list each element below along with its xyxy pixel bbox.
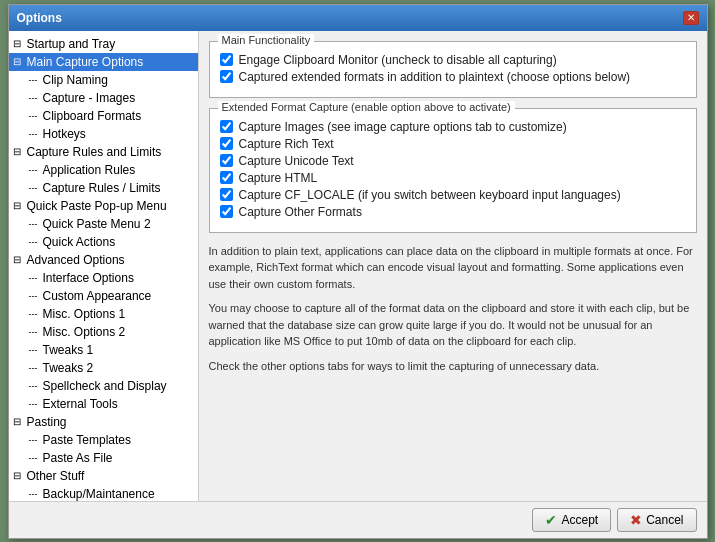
expand-icon-tweaks-2: --- [29,363,41,373]
sidebar-label-startup-tray: Startup and Tray [27,37,116,51]
checkbox-label-engage-clipboard: Engage Clipboard Monitor (uncheck to dis… [239,53,557,67]
title-bar: Options ✕ [9,5,707,31]
expand-icon-custom-appearance: --- [29,291,41,301]
checkbox-capture-cf-locale[interactable] [220,188,233,201]
sidebar-label-paste-templates: Paste Templates [43,433,132,447]
sidebar-label-interface-options: Interface Options [43,271,134,285]
checkbox-row-capture-unicode: Capture Unicode Text [220,154,686,168]
expand-icon-misc-options-1: --- [29,309,41,319]
checkbox-engage-clipboard[interactable] [220,53,233,66]
checkbox-capture-extended[interactable] [220,70,233,83]
sidebar-label-quick-paste-menu2: Quick Paste Menu 2 [43,217,151,231]
accept-button[interactable]: ✔ Accept [532,508,611,532]
sidebar-item-clipboard-formats[interactable]: --- Clipboard Formats [9,107,198,125]
sidebar-label-capture-rules-limits: Capture Rules / Limits [43,181,161,195]
sidebar-item-external-tools[interactable]: --- External Tools [9,395,198,413]
sidebar-item-custom-appearance[interactable]: --- Custom Appearance [9,287,198,305]
sidebar-label-clipboard-formats: Clipboard Formats [43,109,142,123]
expand-icon-paste-as-file: --- [29,453,41,463]
extended-format-group: Extended Format Capture (enable option a… [209,108,697,233]
sidebar-item-other-stuff[interactable]: ⊟ Other Stuff [9,467,198,485]
expand-icon-quick-paste-menu2: --- [29,219,41,229]
expand-icon-external-tools: --- [29,399,41,409]
checkbox-capture-images[interactable] [220,120,233,133]
checkbox-label-capture-images: Capture Images (see image capture option… [239,120,567,134]
expand-icon-pasting: ⊟ [13,416,25,427]
expand-icon-capture-rules-limits: --- [29,183,41,193]
expand-icon-spellcheck: --- [29,381,41,391]
checkbox-row-capture-cf-locale: Capture CF_LOCALE (if you switch between… [220,188,686,202]
info-paragraph-1: You may choose to capture all of the for… [209,300,697,350]
sidebar-label-spellcheck: Spellcheck and Display [43,379,167,393]
checkbox-capture-html[interactable] [220,171,233,184]
sidebar-item-paste-as-file[interactable]: --- Paste As File [9,449,198,467]
cancel-button[interactable]: ✖ Cancel [617,508,696,532]
options-dialog: Options ✕ ⊟ Startup and Tray⊟ Main Captu… [8,4,708,539]
accept-label: Accept [561,513,598,527]
checkbox-capture-unicode[interactable] [220,154,233,167]
checkbox-label-capture-extended: Captured extended formats in addition to… [239,70,631,84]
checkbox-row-capture-images: Capture Images (see image capture option… [220,120,686,134]
sidebar-item-quick-paste-menu2[interactable]: --- Quick Paste Menu 2 [9,215,198,233]
window-title: Options [17,11,62,25]
sidebar-item-advanced-options[interactable]: ⊟ Advanced Options [9,251,198,269]
expand-icon-paste-templates: --- [29,435,41,445]
sidebar-item-quick-actions[interactable]: --- Quick Actions [9,233,198,251]
sidebar-label-quick-actions: Quick Actions [43,235,116,249]
expand-icon-quick-paste: ⊟ [13,200,25,211]
checkbox-row-capture-other: Capture Other Formats [220,205,686,219]
sidebar-item-startup-tray[interactable]: ⊟ Startup and Tray [9,35,198,53]
sidebar-item-capture-images[interactable]: --- Capture - Images [9,89,198,107]
expand-icon-advanced-options: ⊟ [13,254,25,265]
expand-icon-quick-actions: --- [29,237,41,247]
close-button[interactable]: ✕ [683,11,699,25]
sidebar-item-interface-options[interactable]: --- Interface Options [9,269,198,287]
checkbox-label-capture-html: Capture HTML [239,171,318,185]
sidebar-item-hotkeys[interactable]: --- Hotkeys [9,125,198,143]
checkbox-row-engage-clipboard: Engage Clipboard Monitor (uncheck to dis… [220,53,686,67]
sidebar-label-misc-options-2: Misc. Options 2 [43,325,126,339]
sidebar-label-custom-appearance: Custom Appearance [43,289,152,303]
expand-icon-backup: --- [29,489,41,499]
sidebar-item-main-capture[interactable]: ⊟ Main Capture Options [9,53,198,71]
sidebar-label-advanced-options: Advanced Options [27,253,125,267]
sidebar-item-backup[interactable]: --- Backup/Maintanence [9,485,198,501]
sidebar-item-paste-templates[interactable]: --- Paste Templates [9,431,198,449]
cancel-label: Cancel [646,513,683,527]
sidebar-item-tweaks-2[interactable]: --- Tweaks 2 [9,359,198,377]
sidebar-label-other-stuff: Other Stuff [27,469,85,483]
info-paragraph-2: Check the other options tabs for ways to… [209,358,697,375]
sidebar-item-pasting[interactable]: ⊟ Pasting [9,413,198,431]
sidebar-label-tweaks-2: Tweaks 2 [43,361,94,375]
checkbox-capture-other[interactable] [220,205,233,218]
cancel-icon: ✖ [630,512,642,528]
sidebar-item-misc-options-2[interactable]: --- Misc. Options 2 [9,323,198,341]
accept-icon: ✔ [545,512,557,528]
expand-icon-interface-options: --- [29,273,41,283]
sidebar-item-application-rules[interactable]: --- Application Rules [9,161,198,179]
expand-icon-capture-rules: ⊟ [13,146,25,157]
expand-icon-hotkeys: --- [29,129,41,139]
sidebar-item-spellcheck[interactable]: --- Spellcheck and Display [9,377,198,395]
sidebar-label-capture-images: Capture - Images [43,91,136,105]
sidebar-item-tweaks-1[interactable]: --- Tweaks 1 [9,341,198,359]
checkbox-label-capture-rich-text: Capture Rich Text [239,137,334,151]
expand-icon-application-rules: --- [29,165,41,175]
sidebar-label-external-tools: External Tools [43,397,118,411]
checkbox-label-capture-cf-locale: Capture CF_LOCALE (if you switch between… [239,188,621,202]
sidebar-item-quick-paste[interactable]: ⊟ Quick Paste Pop-up Menu [9,197,198,215]
sidebar-item-misc-options-1[interactable]: --- Misc. Options 1 [9,305,198,323]
checkbox-capture-rich-text[interactable] [220,137,233,150]
sidebar-item-capture-rules-limits[interactable]: --- Capture Rules / Limits [9,179,198,197]
main-functionality-group: Main Functionality Engage Clipboard Moni… [209,41,697,98]
sidebar-item-capture-rules[interactable]: ⊟ Capture Rules and Limits [9,143,198,161]
sidebar-label-clip-naming: Clip Naming [43,73,108,87]
sidebar-item-clip-naming[interactable]: --- Clip Naming [9,71,198,89]
sidebar-label-quick-paste: Quick Paste Pop-up Menu [27,199,167,213]
sidebar-label-paste-as-file: Paste As File [43,451,113,465]
checkbox-row-capture-html: Capture HTML [220,171,686,185]
expand-icon-tweaks-1: --- [29,345,41,355]
expand-icon-clip-naming: --- [29,75,41,85]
main-panel: Main Functionality Engage Clipboard Moni… [199,31,707,501]
sidebar-label-hotkeys: Hotkeys [43,127,86,141]
